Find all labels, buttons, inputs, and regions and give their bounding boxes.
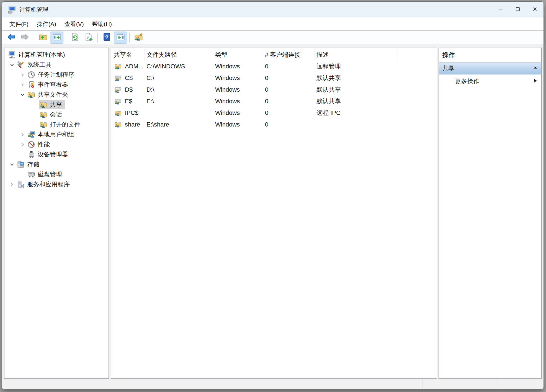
shared-folders-icon bbox=[27, 91, 35, 99]
chevron-down-icon[interactable] bbox=[8, 160, 16, 169]
more-actions-item[interactable]: 更多操作 bbox=[439, 74, 541, 88]
client-connections-cell: 0 bbox=[265, 72, 268, 84]
tree-item-content: 共享文件夹 bbox=[27, 90, 71, 99]
chevron-right-icon[interactable] bbox=[18, 130, 27, 139]
show-action-pane-button[interactable] bbox=[114, 32, 127, 44]
column-separator[interactable] bbox=[145, 49, 145, 60]
minimize-button[interactable] bbox=[492, 2, 509, 17]
chevron-down-icon[interactable] bbox=[18, 91, 27, 99]
tree-item-label: 共享 bbox=[50, 100, 62, 109]
column-header-share-name[interactable]: 共享名 bbox=[114, 51, 132, 59]
type-cell: Windows bbox=[215, 72, 240, 84]
client-connections-cell: 0 bbox=[265, 84, 268, 96]
share-row-share[interactable]: shareE:\shareWindows0 bbox=[111, 119, 437, 130]
tree-item-device-manager[interactable]: 设备管理器 bbox=[4, 149, 109, 159]
column-separator[interactable] bbox=[315, 49, 315, 60]
chevron-down-icon[interactable] bbox=[8, 61, 16, 69]
tree-item-label: 存储 bbox=[27, 160, 39, 169]
menu-help[interactable]: 帮助(H) bbox=[88, 17, 116, 30]
tree-item-label: 会话 bbox=[50, 110, 62, 119]
chevron-placeholder bbox=[30, 120, 39, 129]
console-tree-icon bbox=[52, 32, 61, 43]
minimize-icon bbox=[498, 6, 504, 13]
tree-item-label: 计算机管理(本地) bbox=[18, 51, 65, 59]
column-separator[interactable] bbox=[212, 49, 212, 60]
tree-item-local-users-and-groups[interactable]: 本地用户和组 bbox=[4, 130, 109, 140]
share-row-adm[interactable]: ADM...C:\WINDOWSWindows0远程管理 bbox=[111, 61, 437, 72]
maximize-icon bbox=[515, 6, 521, 13]
column-separator[interactable] bbox=[398, 49, 398, 60]
share-row-ipc[interactable]: IPC$Windows0远程 IPC bbox=[111, 107, 437, 119]
back-button[interactable] bbox=[4, 32, 18, 44]
maximize-button[interactable] bbox=[509, 2, 526, 17]
tree-item-open-files[interactable]: 打开的文件 bbox=[4, 120, 109, 130]
shared-folders-icon bbox=[39, 110, 48, 119]
folder-path-cell: C:\ bbox=[146, 72, 154, 84]
help-button[interactable]: ? bbox=[100, 32, 113, 44]
share-name-cell: ADM... bbox=[125, 61, 143, 72]
folder-path-cell: E:\share bbox=[146, 119, 169, 130]
tree-item-computer-management-local[interactable]: 计算机管理(本地) bbox=[4, 50, 109, 60]
share-row-e[interactable]: E$E:\Windows0默认共享 bbox=[111, 96, 437, 107]
tree-item-label: 系统工具 bbox=[27, 61, 51, 69]
type-cell: Windows bbox=[215, 107, 240, 119]
tree-item-label: 事件查看器 bbox=[38, 81, 68, 89]
tree-item-content: 存储 bbox=[16, 160, 42, 169]
tree-item-sessions[interactable]: 会话 bbox=[4, 110, 109, 120]
tree-item-performance[interactable]: 性能 bbox=[4, 140, 109, 149]
refresh-button[interactable] bbox=[68, 32, 81, 44]
toolbar: ? bbox=[2, 30, 544, 44]
collapse-section-icon[interactable] bbox=[533, 65, 538, 72]
description-cell: 远程管理 bbox=[316, 61, 341, 72]
tree-item-shared-folders[interactable]: 共享文件夹 bbox=[4, 90, 109, 100]
column-header-client-connections[interactable]: # 客户端连接 bbox=[265, 51, 300, 59]
menu-view[interactable]: 查看(V) bbox=[60, 17, 88, 30]
menu-file[interactable]: 文件(F) bbox=[5, 17, 33, 30]
tree-item-services-and-applications[interactable]: 服务和应用程序 bbox=[4, 179, 109, 189]
column-separator[interactable] bbox=[262, 49, 262, 60]
share-row-d[interactable]: D$D:\Windows0默认共享 bbox=[111, 84, 437, 96]
menu-action[interactable]: 操作(A) bbox=[33, 17, 60, 30]
toolbar-separator bbox=[34, 33, 34, 43]
tree-item-event-viewer[interactable]: 事件查看器 bbox=[4, 80, 109, 90]
type-cell: Windows bbox=[215, 84, 240, 96]
new-share-button[interactable] bbox=[132, 32, 145, 44]
type-cell: Windows bbox=[215, 96, 240, 107]
chevron-right-icon[interactable] bbox=[18, 71, 27, 79]
client-connections-cell: 0 bbox=[265, 61, 268, 72]
close-button[interactable] bbox=[526, 2, 544, 17]
chevron-placeholder bbox=[18, 170, 27, 179]
share-row-c[interactable]: C$C:\Windows0默认共享 bbox=[111, 72, 437, 84]
tree-item-task-scheduler[interactable]: 任务计划程序 bbox=[4, 70, 109, 80]
computer-management-window: 计算机管理 文件(F)操作(A)查看(V)帮助(H) ? 计算机管理(本地)系统… bbox=[2, 1, 544, 390]
shares-list-panel: 共享名文件夹路径类型# 客户端连接描述 ADM...C:\WINDOWSWind… bbox=[111, 48, 437, 379]
svg-text:?: ? bbox=[105, 34, 109, 40]
column-header-description[interactable]: 描述 bbox=[316, 51, 329, 59]
column-header-folder-path[interactable]: 文件夹路径 bbox=[146, 51, 177, 59]
export-list-button[interactable] bbox=[82, 32, 95, 44]
column-header-type[interactable]: 类型 bbox=[215, 51, 227, 59]
actions-section-shares[interactable]: 共享 bbox=[439, 63, 541, 74]
tree-item-content: 系统工具 bbox=[16, 60, 54, 69]
sort-asc-icon bbox=[118, 49, 122, 51]
shared-drive-icon bbox=[114, 86, 122, 94]
chevron-right-icon[interactable] bbox=[18, 81, 27, 89]
folder-path-cell: D:\ bbox=[146, 84, 154, 96]
tree-item-shares[interactable]: 共享 bbox=[4, 100, 109, 110]
tree-item-storage[interactable]: 存储 bbox=[4, 159, 109, 169]
export-list-icon bbox=[84, 32, 93, 43]
forward-button[interactable] bbox=[18, 32, 32, 44]
up-one-level-button[interactable] bbox=[36, 32, 50, 44]
local-users-icon bbox=[27, 130, 35, 139]
tree-item-disk-management[interactable]: 磁盘管理 bbox=[4, 169, 109, 179]
chevron-placeholder bbox=[30, 110, 39, 119]
chevron-right-icon[interactable] bbox=[8, 180, 16, 189]
share-name-cell: D$ bbox=[125, 84, 133, 96]
show-console-tree-button[interactable] bbox=[50, 32, 63, 44]
tree-item-system-tools[interactable]: 系统工具 bbox=[4, 60, 109, 70]
share-name-cell: C$ bbox=[125, 72, 133, 84]
tree-item-content: 打开的文件 bbox=[39, 120, 83, 129]
shared-folder-row-icon bbox=[114, 121, 122, 128]
new-share-icon bbox=[134, 32, 143, 43]
chevron-right-icon[interactable] bbox=[18, 140, 27, 149]
